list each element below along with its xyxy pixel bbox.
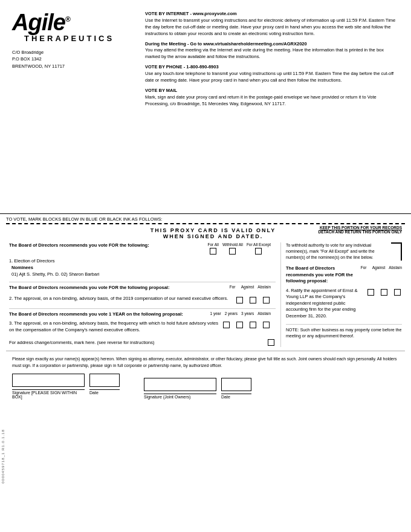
for-label-2: For bbox=[230, 285, 236, 289]
against-cb-2 bbox=[248, 296, 257, 305]
abstain-col-2: Abstain bbox=[257, 285, 271, 289]
item3-text: 3. The approval, on a non-binding, advis… bbox=[9, 320, 219, 333]
against-label-4-col: Against bbox=[372, 265, 386, 270]
item4-text: 4. Ratify the appointment of Ernst & You… bbox=[286, 288, 363, 320]
meeting-body: You may attend the meeting via the Inter… bbox=[145, 47, 384, 59]
logo-agile: Agile® bbox=[12, 10, 70, 35]
abstain-label-2: Abstain bbox=[257, 285, 271, 289]
item3-2year-checkbox[interactable] bbox=[236, 322, 243, 328]
withhold-all-label: Withhold All bbox=[222, 242, 243, 247]
sig2-date-row bbox=[144, 378, 251, 391]
for-all-col: For All bbox=[208, 242, 219, 256]
bottom-section: TO VOTE, MARK BLOCKS BELOW IN BLUE OR BL… bbox=[0, 213, 411, 399]
y2-label: 2 years bbox=[225, 311, 238, 316]
withhold-authority-text: To withhold authority to vote for any in… bbox=[286, 242, 391, 260]
keep-top-label: KEEP THIS PORTION FOR YOUR RECORDS bbox=[281, 225, 402, 230]
sig2-label: Signature (Joint Owners) bbox=[144, 394, 216, 399]
for-cb-2 bbox=[235, 296, 244, 305]
y3-col: 3 years bbox=[241, 311, 254, 316]
card-body: The Board of Directors recommends you vo… bbox=[6, 242, 405, 347]
mail-body: Mark, sign and date your proxy card and … bbox=[145, 94, 377, 106]
note-text: Such other business as may properly come… bbox=[286, 328, 401, 338]
y-abstain-cb bbox=[261, 320, 271, 329]
withhold-all-checkbox[interactable] bbox=[229, 248, 236, 255]
y2-cb bbox=[235, 320, 244, 329]
withhold-all-col: Withhold All bbox=[222, 242, 243, 256]
sig1-box[interactable] bbox=[12, 374, 85, 387]
keep-portion: KEEP THIS PORTION FOR YOUR RECORDS DETAC… bbox=[281, 225, 402, 234]
proxy-title: THIS PROXY CARD IS VALID ONLY WHEN SIGNE… bbox=[145, 225, 281, 241]
for-label-4-col: For bbox=[359, 265, 369, 270]
address-line2: P.O BOX 1342 bbox=[12, 56, 133, 62]
board-rec-4: The Board of Directors recommends you vo… bbox=[286, 265, 357, 285]
phone-body: Use any touch-tone telephone to transmit… bbox=[145, 71, 393, 83]
for-col-2: For bbox=[228, 285, 238, 289]
divider-1 bbox=[9, 282, 276, 282]
y3-label: 3 years bbox=[241, 311, 254, 316]
mail-header: VOTE BY MAIL bbox=[145, 88, 177, 93]
sig-text: Please sign exactly as your name(s) appe… bbox=[12, 356, 399, 369]
y3-cb bbox=[248, 320, 257, 329]
item2-against-checkbox[interactable] bbox=[250, 297, 256, 303]
address-line1: C/O Broadridge bbox=[12, 49, 133, 56]
right-divider bbox=[286, 324, 402, 325]
left-header: Agile® THERAPEUTICS C/O Broadridge P.O B… bbox=[12, 11, 133, 111]
internet-header: VOTE BY INTERNET - www.proxyvote.com bbox=[145, 11, 237, 16]
for-label-4: For bbox=[361, 265, 367, 270]
abstain-label-4: Abstain bbox=[389, 265, 402, 270]
sig1-label: Signature [PLEASE SIGN WITHIN BOX] bbox=[12, 389, 85, 399]
against-label-4: Against bbox=[372, 265, 386, 270]
address-change-checkbox[interactable] bbox=[268, 339, 274, 346]
sig2-date-label: Date bbox=[221, 394, 251, 399]
item2-text: 2. The approval, on a non-binding, advis… bbox=[9, 296, 232, 302]
board-rec-1: The Board of Directors recommends you vo… bbox=[9, 242, 206, 249]
address-change-text: For address change/comments, mark here. … bbox=[9, 340, 263, 346]
sig1-date-row bbox=[12, 374, 120, 387]
address-block: C/O Broadridge P.O BOX 1342 BRENTWOOD, N… bbox=[12, 49, 133, 70]
for-all-except-checkbox[interactable] bbox=[255, 248, 262, 255]
sig1-date-box[interactable] bbox=[89, 374, 120, 387]
for-all-checkbox[interactable] bbox=[210, 248, 216, 255]
corner-bracket bbox=[391, 242, 402, 261]
logo: Agile® THERAPEUTICS bbox=[12, 11, 133, 43]
proxy-header: THIS PROXY CARD IS VALID ONLY WHEN SIGNE… bbox=[6, 225, 405, 241]
item4-for-checkbox[interactable] bbox=[367, 289, 374, 296]
address-change-row: For address change/comments, mark here. … bbox=[9, 338, 276, 347]
sig2-date-box[interactable] bbox=[221, 378, 251, 391]
sig1-group: Signature [PLEASE SIGN WITHIN BOX] Date bbox=[12, 374, 120, 399]
item3-3year-checkbox[interactable] bbox=[250, 322, 256, 328]
sig2-box[interactable] bbox=[144, 378, 216, 391]
item3-abstain-checkbox[interactable] bbox=[263, 322, 270, 328]
against-label-2: Against bbox=[241, 285, 254, 289]
y-abstain-col: Abstain bbox=[257, 311, 271, 316]
right-col: To withhold authority to vote for any in… bbox=[281, 242, 402, 347]
instruction-line: TO VOTE, MARK BLOCKS BELOW IN BLUE OR BL… bbox=[6, 214, 405, 223]
item4-abstain-checkbox[interactable] bbox=[394, 289, 401, 296]
barcode-text: 0000459718_1 R1.0.1.18 bbox=[1, 429, 5, 484]
note-label: NOTE: bbox=[286, 328, 299, 332]
sig2-group: Signature (Joint Owners) Date bbox=[144, 378, 251, 399]
top-section: Agile® THERAPEUTICS C/O Broadridge P.O B… bbox=[0, 0, 411, 117]
item4-for-col bbox=[366, 288, 375, 297]
voting-instructions: VOTE BY INTERNET - www.proxyvote.com Use… bbox=[145, 11, 399, 111]
meeting-header: During the Meeting - Go to www.virtualsh… bbox=[145, 41, 307, 47]
board-rec-2: The Board of Directors recommends you vo… bbox=[9, 285, 225, 291]
item4-against-checkbox[interactable] bbox=[381, 289, 387, 296]
item3-1year-checkbox[interactable] bbox=[223, 322, 230, 328]
for-all-label: For All bbox=[208, 242, 219, 247]
for-all-except-col: For All Except bbox=[247, 242, 271, 256]
against-col-2: Against bbox=[241, 285, 254, 289]
y1-label: 1 year bbox=[210, 311, 221, 316]
sig1-date-label: Date bbox=[89, 389, 120, 395]
sig-row: Signature [PLEASE SIGN WITHIN BOX] Date bbox=[12, 374, 399, 399]
address-line3: BRENTWOOD, NY 11717 bbox=[12, 63, 133, 70]
y1-col: 1 year bbox=[210, 311, 221, 316]
item2-for-checkbox[interactable] bbox=[236, 297, 243, 303]
abstain-cb-2 bbox=[261, 296, 271, 305]
mid-spacer bbox=[0, 117, 411, 213]
logo-reg: ® bbox=[65, 15, 70, 24]
dashed-line bbox=[6, 223, 405, 224]
item1-label: 1. Election of Directors bbox=[9, 258, 276, 264]
nominees-label: Nominees bbox=[9, 265, 276, 270]
item2-abstain-checkbox[interactable] bbox=[263, 297, 270, 303]
